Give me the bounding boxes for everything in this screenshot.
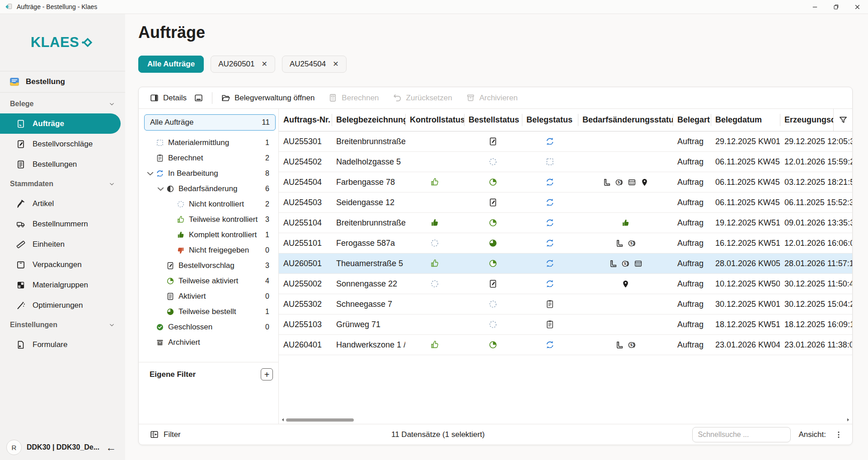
back-arrow-icon[interactable]: ←: [106, 442, 116, 453]
thumb-down-filled-icon: [176, 246, 185, 255]
tree-item-nicht-freigegeben[interactable]: Nicht freigegeben0: [139, 243, 278, 258]
close-button[interactable]: [847, 0, 868, 14]
scroll-right-icon[interactable]: [845, 417, 851, 423]
scrollbar-thumb[interactable]: [286, 418, 354, 422]
table-row[interactable]: AU260501Theuamerstraße 5SAuftrag28.01.20…: [279, 253, 852, 274]
open-doc-management-button[interactable]: Belegverwaltung öffnen: [221, 93, 314, 103]
table-row[interactable]: AU255302Schneegasse 7Auftrag30.12.2025 K…: [279, 294, 852, 314]
sidebar-item-bestellungen[interactable]: Bestellungen: [0, 154, 121, 174]
tree-item-archiviert[interactable]: Archiviert: [139, 335, 278, 350]
scroll-left-icon[interactable]: [280, 417, 286, 423]
sidebar-item-label: Optimierungen: [33, 301, 83, 310]
close-icon[interactable]: ✕: [262, 61, 267, 68]
table-row[interactable]: AU254502Nadelholzgasse 5Auftrag06.11.202…: [279, 152, 852, 172]
title-bar: Aufträge - Bestellung - Klaes: [0, 0, 868, 14]
sidebar-group-stammdaten[interactable]: Stammdaten: [0, 174, 125, 193]
sidebar-item-formulare[interactable]: Formulare: [0, 334, 121, 355]
reset-button[interactable]: Zurücksetzen: [393, 93, 452, 103]
tree-item-label: Bedarfsänderung: [178, 184, 237, 193]
sidebar-item-bestellvorschläge[interactable]: Bestellvorschläge: [0, 134, 121, 154]
pin-icon: [640, 178, 649, 187]
cell-belegdatum: 06.11.2025 KW45: [711, 152, 780, 172]
cell-kontrollstatus: [405, 152, 464, 172]
minimize-button[interactable]: [804, 0, 826, 14]
restore-button[interactable]: [826, 0, 847, 14]
tree-item-nicht-kontrolliert[interactable]: Nicht kontrolliert2: [139, 197, 278, 212]
tree-item-aktiviert[interactable]: Aktiviert0: [139, 289, 278, 304]
dotted-circle-icon: [430, 238, 440, 248]
calendar-icon: [633, 259, 643, 268]
cell-belegstatus: [522, 213, 578, 233]
cell-auftrags-nr: AU255103: [279, 314, 332, 334]
horizontal-scrollbar[interactable]: [279, 416, 852, 424]
sidebar-group-einstellungen[interactable]: Einstellungen: [0, 315, 125, 334]
sidebar-group-belege[interactable]: Belege: [0, 94, 125, 113]
sidebar-item-verpackungen[interactable]: Verpackungen: [0, 254, 121, 275]
column-header-bedarf[interactable]: Bedarfsänderungsstatus: [578, 109, 673, 131]
sidebar-item-bestellnummern[interactable]: Bestellnummern: [0, 214, 121, 234]
tree-item-teilweise-aktiviert[interactable]: Teilweise aktiviert4: [139, 273, 278, 289]
tree-item-bedarfsänderung[interactable]: Bedarfsänderung6: [139, 181, 278, 197]
column-header-belegart[interactable]: Belegart: [673, 109, 711, 131]
coin-icon: S: [615, 178, 624, 187]
expander-chevron-icon[interactable]: [145, 170, 155, 177]
sidebar-item-optimierungen[interactable]: Optimierungen: [0, 295, 121, 315]
table-row[interactable]: AU255301Breitenbrunnstraße 5Auftrag29.12…: [279, 131, 852, 152]
module-header[interactable]: Bestellung: [0, 71, 125, 93]
cell-bedarfsaenderungsstatus: [578, 152, 673, 172]
tree-item-in-bearbeitung[interactable]: In Bearbeitung8: [139, 166, 278, 181]
add-filter-button[interactable]: +: [261, 368, 273, 380]
avatar[interactable]: R: [6, 440, 22, 455]
kebab-menu-icon[interactable]: [834, 430, 843, 439]
chevron-icon: [108, 181, 115, 188]
tree-item-teilweise-kontrolliert[interactable]: Teilweise kontrolliert3: [139, 212, 278, 227]
tab-au254504[interactable]: AU254504✕: [282, 56, 347, 73]
tree-item-geschlossen[interactable]: Geschlossen0: [139, 319, 278, 335]
quick-search-input[interactable]: [692, 427, 791, 442]
sidebar-item-einheiten[interactable]: Einheiten: [0, 234, 121, 254]
column-filter-button[interactable]: [833, 109, 852, 131]
table-row[interactable]: AU255103Grünweg 71Auftrag18.12.2025 KW51…: [279, 314, 852, 335]
column-header-bestellstatus[interactable]: Bestellstatus: [464, 109, 522, 131]
thumb-up-outline-icon: [430, 340, 440, 350]
sidebar-item-aufträge[interactable]: Aufträge: [0, 113, 121, 134]
filter-toggle-button[interactable]: Filter: [150, 430, 181, 439]
sidebar-item-artikel[interactable]: Artikel: [0, 193, 121, 214]
details-button[interactable]: Details: [150, 93, 187, 103]
tab-alle-aufträge[interactable]: Alle Aufträge: [138, 56, 204, 73]
tree-item-materialermittlung[interactable]: Materialermittlung1: [139, 135, 278, 150]
dashed-square-icon: [545, 157, 555, 167]
cell-bestellstatus: [464, 335, 522, 355]
cell-bestellstatus: [464, 172, 522, 192]
table-row[interactable]: AU255002Sonnengasse 22Auftrag10.12.2025 …: [279, 274, 852, 294]
table-row[interactable]: AU260401Handwerkszone 1 / rSAuftrag23.01…: [279, 335, 852, 355]
tab-au260501[interactable]: AU260501✕: [211, 56, 275, 73]
archive-button[interactable]: Archivieren: [466, 93, 518, 103]
cell-erzeugungsdatum: 30.12.2025 11:50:40: [780, 274, 852, 294]
tree-item-berechnet[interactable]: Berechnet2: [139, 150, 278, 166]
expander-chevron-icon[interactable]: [155, 186, 166, 192]
cell-bestellstatus: [464, 192, 522, 212]
tab-label: Alle Aufträge: [147, 60, 195, 69]
table-row[interactable]: AU255101Ferogasse 587aSAuftrag16.12.2025…: [279, 233, 852, 253]
cell-belegbezeichnung: Schneegasse 7: [332, 294, 405, 314]
table-row[interactable]: AU254503Seidengasse 12Auftrag06.11.2025 …: [279, 192, 852, 213]
column-header-kontrollstatus[interactable]: Kontrollstatus: [405, 109, 464, 131]
table-row[interactable]: AU254504Farbengasse 78SAuftrag06.11.2025…: [279, 172, 852, 192]
column-header-name[interactable]: Belegbezeichnung: [332, 109, 405, 131]
cell-kontrollstatus: [405, 253, 464, 273]
tree-item-bestellvorschlag[interactable]: Bestellvorschlag3: [139, 258, 278, 273]
tree-item-teilweise-bestellt[interactable]: Teilweise bestellt1: [139, 304, 278, 319]
panel-bottom-icon[interactable]: [194, 93, 203, 103]
sidebar-item-label: Artikel: [33, 199, 54, 208]
tree-item-komplett-kontrolliert[interactable]: Komplett kontrolliert1: [139, 227, 278, 243]
sidebar-item-materialgruppen[interactable]: Materialgruppen: [0, 275, 121, 295]
cell-belegart: Auftrag: [673, 294, 711, 314]
column-header-belegdatum[interactable]: Belegdatum: [711, 109, 780, 131]
column-header-belegstatus[interactable]: Belegstatus: [522, 109, 578, 131]
column-header-id[interactable]: Auftrags-Nr.: [279, 109, 332, 131]
tree-item-alle-auftraege[interactable]: Alle Aufträge 11: [144, 114, 276, 131]
close-icon[interactable]: ✕: [333, 61, 338, 68]
table-row[interactable]: AU255104Breitenbrunnstraße 5Auftrag19.12…: [279, 213, 852, 233]
calculate-button[interactable]: Berechnen: [328, 93, 379, 103]
